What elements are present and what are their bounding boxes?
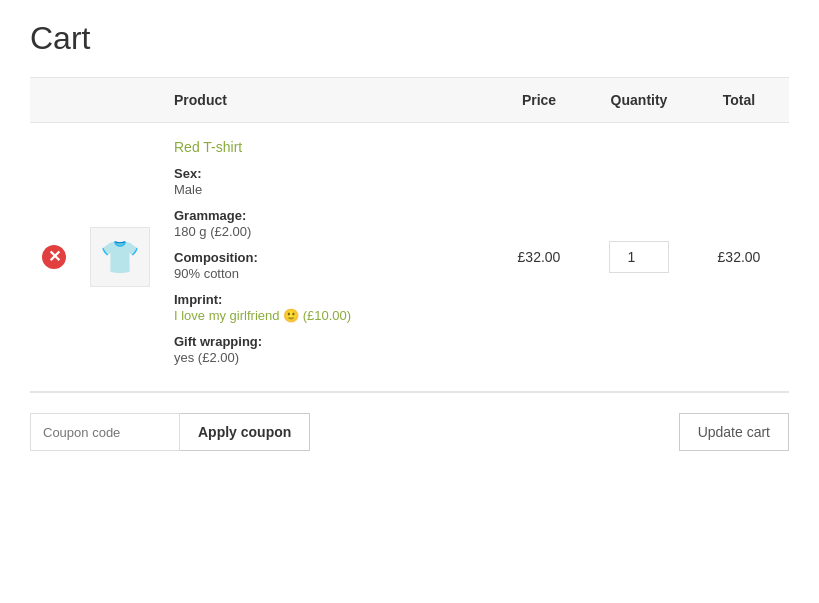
col-header-product: Product bbox=[162, 78, 489, 123]
product-thumbnail: 👕 bbox=[90, 227, 150, 287]
product-attr-composition: Composition: 90% cotton bbox=[174, 249, 477, 281]
attr-label-sex: Sex: bbox=[174, 166, 201, 181]
coupon-row: Apply coupon Update cart bbox=[30, 392, 789, 461]
product-attr-imprint: Imprint: I love my girlfriend 🙂 (£10.00) bbox=[174, 291, 477, 323]
update-cart-button[interactable]: Update cart bbox=[679, 413, 789, 451]
attr-label-composition: Composition: bbox=[174, 250, 258, 265]
cart-table: Product Price Quantity Total ✕ 👕 Red T-s… bbox=[30, 77, 789, 392]
col-header-quantity: Quantity bbox=[589, 78, 689, 123]
coupon-left-section: Apply coupon bbox=[30, 413, 310, 451]
quantity-input[interactable] bbox=[609, 241, 669, 273]
product-total: £32.00 bbox=[718, 249, 761, 265]
attr-value-grammage: 180 g (£2.00) bbox=[174, 224, 251, 239]
col-header-price: Price bbox=[489, 78, 589, 123]
table-header-row: Product Price Quantity Total bbox=[30, 78, 789, 123]
total-cell: £32.00 bbox=[689, 123, 789, 392]
price-cell: £32.00 bbox=[489, 123, 589, 392]
remove-item-button[interactable]: ✕ bbox=[42, 245, 66, 269]
product-price: £32.00 bbox=[518, 249, 561, 265]
product-image-emoji: 👕 bbox=[100, 238, 140, 276]
apply-coupon-button[interactable]: Apply coupon bbox=[180, 413, 310, 451]
thumbnail-cell: 👕 bbox=[78, 123, 162, 392]
page-title: Cart bbox=[30, 20, 789, 57]
attr-label-imprint: Imprint: bbox=[174, 292, 222, 307]
page-container: Cart Product Price Quantity Total ✕ 👕 bbox=[0, 0, 819, 481]
attr-value-giftwrapping: yes (£2.00) bbox=[174, 350, 239, 365]
attr-value-sex: Male bbox=[174, 182, 202, 197]
attr-value-composition: 90% cotton bbox=[174, 266, 239, 281]
remove-cell: ✕ bbox=[30, 123, 78, 392]
product-details-cell: Red T-shirt Sex: Male Grammage: 180 g (£… bbox=[162, 123, 489, 392]
col-header-remove bbox=[30, 78, 78, 123]
attr-label-grammage: Grammage: bbox=[174, 208, 246, 223]
col-header-thumb bbox=[78, 78, 162, 123]
table-row: ✕ 👕 Red T-shirt Sex: Male Grammage: 1 bbox=[30, 123, 789, 392]
quantity-cell bbox=[589, 123, 689, 392]
product-name-link[interactable]: Red T-shirt bbox=[174, 139, 477, 155]
coupon-code-input[interactable] bbox=[30, 413, 180, 451]
attr-label-giftwrapping: Gift wrapping: bbox=[174, 334, 262, 349]
col-header-total: Total bbox=[689, 78, 789, 123]
product-attr-giftwrapping: Gift wrapping: yes (£2.00) bbox=[174, 333, 477, 365]
product-attr-grammage: Grammage: 180 g (£2.00) bbox=[174, 207, 477, 239]
attr-value-imprint: I love my girlfriend 🙂 (£10.00) bbox=[174, 308, 351, 323]
product-attr-sex: Sex: Male bbox=[174, 165, 477, 197]
